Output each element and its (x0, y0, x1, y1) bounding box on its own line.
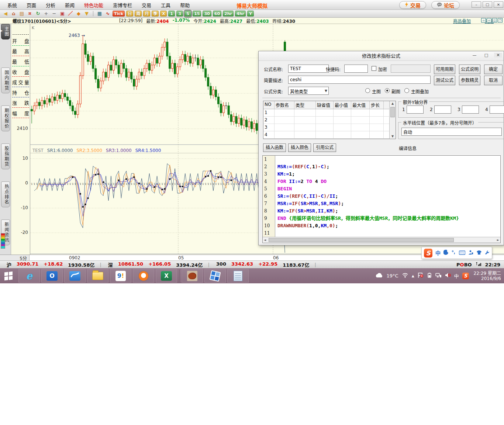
dialog-button-可用周期[interactable]: 可用周期 (434, 65, 455, 74)
radio-副图[interactable] (385, 88, 390, 93)
start-button[interactable] (0, 268, 17, 283)
dialog-button-公式说明[interactable]: 公式说明 (459, 65, 480, 74)
taskbar-clock[interactable]: 22:29 星期二2016/9/6 (474, 271, 501, 281)
encrypt-checkbox[interactable] (372, 66, 376, 71)
period-button-4hr[interactable]: 4hr (235, 11, 246, 17)
wrench-icon[interactable] (485, 249, 490, 258)
speaker-muted-icon[interactable] (445, 272, 451, 279)
dialog-button-参数精灵[interactable]: 参数精灵 (459, 76, 480, 85)
taskbar-button-photo-tiles-app[interactable] (204, 269, 226, 283)
network-icon[interactable] (435, 272, 442, 279)
dialog-minimize-button[interactable]: — (470, 53, 479, 58)
scroll-right-icon[interactable]: ► (497, 238, 499, 242)
keyboard-icon[interactable] (459, 249, 465, 258)
table-row[interactable]: 4 (263, 131, 396, 139)
radio-主图叠加[interactable] (404, 88, 409, 93)
taskbar-button-file-explorer[interactable] (87, 269, 108, 283)
skin-icon[interactable] (476, 249, 482, 258)
param-table-scrollbar[interactable]: ▲▼ (389, 101, 396, 139)
extra-axis-input-4[interactable] (490, 106, 504, 114)
period-button-月[interactable]: 月 (143, 11, 150, 17)
tray-expand-icon[interactable]: ▲ (412, 274, 414, 278)
period-button-周[interactable]: 周 (135, 11, 142, 17)
editor-hscrollbar[interactable]: ◄► (263, 237, 500, 243)
radio-主图[interactable] (365, 88, 370, 93)
menu-item-页面[interactable]: 页面 (22, 0, 41, 10)
taskbar-button-outlook[interactable]: O (41, 269, 63, 283)
color-palette-icon[interactable] (1, 233, 5, 249)
dialog-maximize-button[interactable]: □ (482, 53, 490, 58)
hline-position-input[interactable] (401, 128, 502, 136)
taskbar-button-notepad[interactable] (227, 269, 249, 283)
shortcut-input[interactable] (344, 65, 368, 73)
minimize-button[interactable]: – (472, 1, 481, 8)
menu-item-工具[interactable]: 工具 (156, 0, 175, 10)
sidebar-tab-股指期货[interactable]: 股指期货 (1, 144, 10, 169)
extra-axis-input-2[interactable] (434, 106, 451, 114)
dialog-title[interactable]: 修改技术指标公式 (259, 51, 504, 61)
period-button-1[interactable]: 1 (168, 11, 175, 17)
overlay-icon[interactable]: ▣ (59, 11, 66, 17)
back-icon[interactable]: ◀ (2, 11, 9, 17)
next-icon[interactable]: ⇨ (487, 18, 491, 23)
pencil-icon[interactable]: ／ (67, 11, 74, 17)
clipboard-person-icon[interactable] (468, 249, 473, 258)
split-icon[interactable]: ◫ (492, 18, 497, 23)
chinese-mode-icon[interactable]: 中 (435, 249, 441, 258)
cascade-icon[interactable]: ❐ (498, 18, 503, 23)
menu-item-分析[interactable]: 分析 (41, 0, 60, 10)
scroll-thumb[interactable] (390, 107, 395, 117)
punctuation-icon[interactable] (452, 249, 456, 258)
home-icon[interactable]: ⌂ (10, 11, 17, 17)
menu-item-特色功能[interactable]: 特色功能 (80, 0, 108, 10)
sidebar-tab-国内期货[interactable]: 国内期货 (1, 68, 10, 93)
quote-grid-icon[interactable]: ▦ (96, 11, 103, 17)
period-button-Tick[interactable]: Tick (113, 11, 125, 17)
menu-item-新闻[interactable]: 新闻 (61, 0, 79, 10)
menu-item-系统[interactable]: 系统 (3, 0, 21, 10)
period-button-日[interactable]: 日 (126, 11, 133, 17)
battery-icon[interactable] (427, 272, 432, 279)
zoom-out-icon[interactable]: − (51, 11, 58, 17)
expand-arrow-icon[interactable]: ▶ (0, 29, 3, 32)
menu-item-帮助[interactable]: 帮助 (176, 0, 194, 10)
news-icon[interactable]: ▤ (18, 11, 25, 17)
chart-icon[interactable]: ∿ (104, 11, 111, 17)
period-button-季[interactable]: 季 (152, 11, 159, 17)
scroll-left-icon[interactable]: ◄ (264, 238, 266, 242)
taskbar-button-excel[interactable]: X (156, 269, 177, 283)
titlebar-button-论坛[interactable]: 论坛 (431, 1, 460, 9)
scroll-up-icon[interactable]: ▲ (390, 102, 396, 105)
menu-item-交易[interactable]: 交易 (137, 0, 156, 10)
sogou-logo-icon[interactable]: S (424, 249, 432, 258)
sogou-tray-icon[interactable]: S (462, 273, 469, 279)
extra-axis-input-3[interactable] (462, 106, 479, 114)
action-center-flag-icon[interactable] (418, 272, 424, 279)
taskbar-button-thunder-downloader[interactable] (64, 269, 86, 283)
taskbar-button-internet-explorer[interactable]: e (18, 269, 40, 283)
sidebar-tab-主图[interactable]: 主图▶ (1, 24, 10, 39)
sidebar-tab-期权报价[interactable]: 期权报价 (1, 106, 10, 131)
sidebar-tab-热点排名[interactable]: 热点排名 (1, 182, 10, 207)
table-row[interactable]: 1 (263, 109, 396, 117)
period-button-30[interactable]: 30 (203, 11, 211, 17)
table-row[interactable]: 3 (263, 124, 396, 131)
period-button-3[interactable]: 3 (176, 11, 183, 17)
taskbar-button-trading-bull-app[interactable] (182, 269, 203, 283)
period-button-X[interactable]: X (160, 11, 167, 17)
wifi-icon[interactable] (402, 272, 408, 279)
period-button-5[interactable]: 5 (184, 11, 191, 17)
table-row[interactable]: 2 (263, 117, 396, 124)
titlebar-button-交易[interactable]: 交易 (399, 1, 426, 9)
description-input[interactable] (288, 76, 431, 84)
class-select[interactable]: 其他类型▼ (288, 87, 329, 95)
button-引用公式[interactable]: 引用公式 (313, 144, 336, 152)
formula-name-input[interactable] (288, 65, 329, 73)
ime-language-indicator[interactable]: 中 (454, 272, 459, 279)
fund-icon[interactable]: ¤ (27, 11, 33, 17)
taskbar-button-assistant-91[interactable]: 9! (110, 269, 131, 283)
alert-icon[interactable]: ◆ (75, 11, 82, 17)
scroll-thumb[interactable] (269, 238, 454, 242)
button-插入函数[interactable]: 插入函数 (263, 144, 286, 152)
period-button-2hr[interactable]: 2hr (223, 11, 234, 17)
